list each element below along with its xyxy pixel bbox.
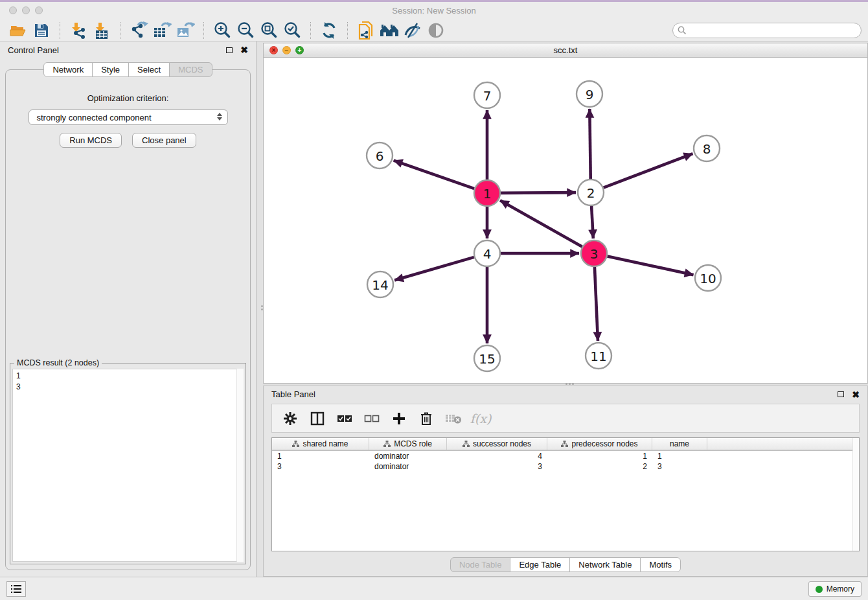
table-row[interactable]: 1dominator411	[272, 451, 859, 461]
tab-network-table[interactable]: Network Table	[569, 557, 641, 572]
cell-successor-nodes[interactable]: 3	[447, 461, 547, 472]
graph-edge-2-8[interactable]	[604, 154, 693, 187]
graph-node-4[interactable]: 4	[474, 240, 500, 266]
column-header-successor-nodes[interactable]: successor nodes	[447, 438, 547, 450]
export-network-icon[interactable]	[127, 21, 150, 40]
mcds-result-scrollbar[interactable]	[236, 369, 244, 562]
window-title: Session: New Session	[0, 6, 868, 16]
table-panel-title: Table Panel	[271, 389, 315, 399]
list-icon	[11, 584, 21, 594]
column-type-icon	[463, 441, 470, 447]
memory-button[interactable]: Memory	[808, 581, 862, 597]
zoom-selected-icon[interactable]	[280, 21, 304, 40]
cell-shared-name[interactable]: 3	[272, 461, 369, 472]
graph-node-14[interactable]: 14	[367, 271, 393, 297]
cell-shared-name[interactable]: 1	[272, 451, 369, 461]
save-session-icon[interactable]	[30, 21, 53, 40]
cell-successor-nodes[interactable]: 4	[447, 451, 547, 461]
tab-edge-table[interactable]: Edge Table	[510, 557, 570, 572]
tab-network[interactable]: Network	[43, 62, 93, 77]
graph-node-label: 1	[483, 186, 492, 202]
cell-name[interactable]: 1	[652, 451, 707, 461]
node-table-header[interactable]: shared nameMCDS rolesuccessor nodesprede…	[272, 438, 859, 451]
birds-eye-view-icon[interactable]	[424, 21, 448, 40]
export-image-icon[interactable]	[174, 21, 197, 40]
task-history-button[interactable]	[6, 581, 26, 597]
graph-edge-3-11[interactable]	[595, 267, 598, 341]
graph-edge-3-1[interactable]	[500, 200, 582, 246]
cell-predecessor-nodes[interactable]: 1	[547, 451, 652, 461]
graph-edge-2-3[interactable]	[591, 206, 593, 238]
graph-edge-3-10[interactable]	[608, 256, 694, 275]
graph-node-label: 14	[372, 277, 388, 293]
table-settings-icon[interactable]	[281, 409, 299, 428]
close-table-panel-icon[interactable]: ✖	[852, 390, 860, 399]
graph-edge-1-6[interactable]	[394, 161, 474, 189]
open-file-icon[interactable]	[6, 21, 30, 40]
control-panel-title: Control Panel	[8, 45, 59, 55]
tab-select[interactable]: Select	[128, 62, 170, 77]
close-panel-button[interactable]: Close panel	[132, 133, 196, 148]
close-panel-icon[interactable]: ✖	[240, 45, 248, 54]
tab-mcds[interactable]: MCDS	[169, 62, 212, 77]
graph-node-2[interactable]: 2	[578, 179, 604, 205]
graph-edge-1-2[interactable]	[501, 192, 576, 193]
network-window-titlebar[interactable]: scc.txt × − +	[264, 43, 867, 58]
tab-motifs[interactable]: Motifs	[640, 557, 681, 572]
graph-node-11[interactable]: 11	[586, 343, 611, 369]
float-panel-icon[interactable]	[226, 47, 233, 53]
delete-columns-icon[interactable]	[417, 409, 435, 428]
column-type-icon	[561, 441, 568, 447]
add-column-icon[interactable]	[390, 409, 408, 428]
mcds-result-textarea[interactable]: 1 3	[12, 369, 244, 562]
node-table: shared nameMCDS rolesuccessor nodesprede…	[271, 437, 860, 551]
column-header-predecessor-nodes[interactable]: predecessor nodes	[547, 438, 652, 450]
import-network-icon[interactable]	[67, 21, 90, 40]
zoom-fit-icon[interactable]	[257, 21, 280, 40]
search-input[interactable]	[672, 23, 862, 38]
graph-node-7[interactable]: 7	[474, 82, 500, 108]
tab-style[interactable]: Style	[92, 62, 129, 77]
graph-node-10[interactable]: 10	[695, 265, 721, 291]
new-network-from-selection-icon[interactable]	[354, 21, 378, 40]
cell-MCDS-role[interactable]: dominator	[369, 461, 447, 472]
float-table-panel-icon[interactable]	[838, 391, 844, 397]
graph-node-1[interactable]: 1	[474, 180, 500, 206]
column-header-shared-name[interactable]: shared name	[272, 438, 369, 450]
select-all-rows-icon[interactable]	[336, 409, 354, 428]
graph-node-label: 3	[590, 246, 599, 262]
cell-predecessor-nodes[interactable]: 2	[547, 461, 652, 472]
table-scrollbar[interactable]	[852, 438, 859, 551]
export-table-icon[interactable]	[150, 21, 174, 40]
vertical-splitter-handle[interactable]	[260, 305, 263, 314]
cell-MCDS-role[interactable]: dominator	[369, 451, 447, 461]
delete-table-icon[interactable]	[444, 409, 463, 428]
hide-graphics-details-icon[interactable]	[401, 21, 424, 40]
zoom-in-icon[interactable]	[211, 21, 234, 40]
run-mcds-button[interactable]: Run MCDS	[60, 133, 122, 148]
graph-edge-2-9[interactable]	[589, 109, 590, 179]
node-table-body: 1dominator4113dominator323	[272, 451, 859, 472]
deselect-all-rows-icon[interactable]	[363, 409, 381, 428]
import-table-icon[interactable]	[90, 21, 113, 40]
show-home-icon[interactable]	[378, 21, 401, 40]
horizontal-splitter-handle[interactable]	[565, 383, 574, 385]
graph-node-8[interactable]: 8	[694, 135, 720, 161]
graph-node-9[interactable]: 9	[577, 81, 602, 107]
graph-node-label: 2	[587, 185, 595, 201]
graph-edge-4-14[interactable]	[394, 257, 474, 281]
table-row[interactable]: 3dominator323	[272, 461, 859, 472]
toolbar-search	[672, 23, 862, 38]
tab-node-table[interactable]: Node Table	[450, 557, 511, 572]
refresh-view-icon[interactable]	[317, 21, 341, 40]
column-header-MCDS-role[interactable]: MCDS role	[369, 438, 447, 450]
graph-node-15[interactable]: 15	[474, 345, 500, 371]
zoom-out-icon[interactable]	[234, 21, 257, 40]
graph-node-3[interactable]: 3	[581, 240, 607, 266]
network-canvas[interactable]: 7968124314101511	[264, 58, 867, 383]
column-header-name[interactable]: name	[652, 438, 707, 450]
column-chooser-icon[interactable]	[308, 409, 326, 428]
criterion-dropdown[interactable]: strongly connected component	[29, 110, 228, 125]
graph-node-6[interactable]: 6	[367, 143, 393, 168]
cell-name[interactable]: 3	[652, 461, 707, 472]
